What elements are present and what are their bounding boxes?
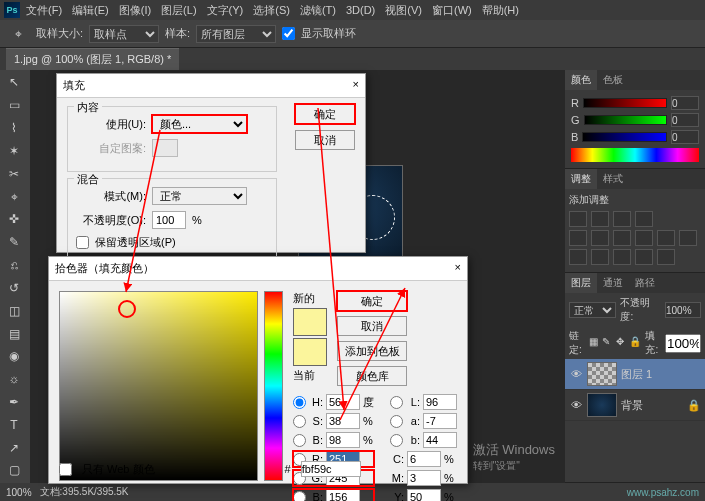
shape-tool[interactable]: ▢ [2,460,26,481]
opacity-input[interactable] [665,302,701,318]
visibility-icon[interactable]: 👁 [569,399,583,411]
menu-image[interactable]: 图像(I) [115,1,155,20]
y-input[interactable] [407,489,441,501]
h-radio[interactable] [293,396,306,409]
move-tool[interactable]: ↖ [2,72,26,93]
bc-radio[interactable] [293,491,306,502]
l-radio[interactable] [390,396,403,409]
brush-tool[interactable]: ✎ [2,232,26,253]
b-slider[interactable] [582,132,667,142]
blur-tool[interactable]: ◉ [2,346,26,367]
s-radio[interactable] [293,415,306,428]
spectrum-bar[interactable] [571,148,699,162]
l-input[interactable] [423,394,457,410]
adj-levels[interactable] [591,211,609,227]
pen-tool[interactable]: ✒ [2,392,26,413]
bc-input[interactable] [326,489,360,501]
show-ring-checkbox[interactable] [282,27,295,40]
adj-gradmap[interactable] [635,249,653,265]
adj-invert[interactable] [569,249,587,265]
adj-bw[interactable] [635,230,653,246]
adj-vibrance[interactable] [569,230,587,246]
g-value[interactable] [671,113,699,127]
color-tab[interactable]: 颜色 [565,70,597,90]
eyedropper-tool[interactable]: ⌖ [2,186,26,207]
hue-slider[interactable] [264,291,283,481]
menu-type[interactable]: 文字(Y) [203,1,248,20]
adj-thresh[interactable] [613,249,631,265]
saturation-field[interactable] [59,291,258,481]
paths-tab[interactable]: 路径 [629,273,661,293]
adj-selcol[interactable] [657,249,675,265]
layer-item-1[interactable]: 👁 图层 1 [565,359,705,390]
layer-name[interactable]: 背景 [621,398,643,413]
a-radio[interactable] [390,415,403,428]
document-tab[interactable]: 1.jpg @ 100% (图层 1, RGB/8) * [6,48,179,70]
adj-colorbal[interactable] [613,230,631,246]
menu-edit[interactable]: 编辑(E) [68,1,113,20]
gradient-tool[interactable]: ▤ [2,323,26,344]
lock-pixel-icon[interactable]: ✎ [602,336,612,350]
adj-mixer[interactable] [679,230,697,246]
lock-pos-icon[interactable]: ✥ [616,336,626,350]
menu-filter[interactable]: 滤镜(T) [296,1,340,20]
zoom-readout[interactable]: 100% [6,487,32,498]
menu-window[interactable]: 窗口(W) [428,1,476,20]
add-swatch-button[interactable]: 添加到色板 [337,341,407,361]
lasso-tool[interactable]: ⌇ [2,118,26,139]
close-icon[interactable]: × [455,261,461,276]
layer-name[interactable]: 图层 1 [621,367,652,382]
preserve-checkbox[interactable] [76,236,89,249]
r-slider[interactable] [583,98,667,108]
menu-help[interactable]: 帮助(H) [478,1,523,20]
menu-select[interactable]: 选择(S) [249,1,294,20]
adj-photo[interactable] [657,230,675,246]
s-input[interactable] [326,413,360,429]
bv-input[interactable] [326,432,360,448]
b-value[interactable] [671,130,699,144]
type-tool[interactable]: T [2,414,26,435]
g-slider[interactable] [584,115,667,125]
menu-file[interactable]: 文件(F) [22,1,66,20]
adj-curves[interactable] [613,211,631,227]
adjust-tab[interactable]: 调整 [565,169,597,189]
color-libs-button[interactable]: 颜色库 [337,366,407,386]
bv-radio[interactable] [293,434,306,447]
history-brush-tool[interactable]: ↺ [2,277,26,298]
layers-tab[interactable]: 图层 [565,273,597,293]
web-only-checkbox[interactable] [59,463,72,476]
mode-select[interactable]: 正常 [152,187,247,205]
adj-brightness[interactable] [569,211,587,227]
lb-input[interactable] [423,432,457,448]
style-tab[interactable]: 样式 [597,169,629,189]
a-input[interactable] [423,413,457,429]
lock-all-icon[interactable]: 🔒 [629,336,641,350]
r-value[interactable] [671,96,699,110]
marquee-tool[interactable]: ▭ [2,95,26,116]
cancel-button[interactable]: 取消 [295,130,355,150]
wand-tool[interactable]: ✶ [2,140,26,161]
menu-3d[interactable]: 3D(D) [342,2,379,18]
ok-button[interactable]: 确定 [295,104,355,124]
dodge-tool[interactable]: ☼ [2,369,26,390]
adj-poster[interactable] [591,249,609,265]
blend-mode-select[interactable]: 正常 [569,302,616,318]
adj-exposure[interactable] [635,211,653,227]
lb-radio[interactable] [390,434,403,447]
eraser-tool[interactable]: ◫ [2,300,26,321]
cancel-button[interactable]: 取消 [337,316,407,336]
menu-layer[interactable]: 图层(L) [157,1,200,20]
m-input[interactable] [407,470,441,486]
hex-input[interactable] [301,461,361,477]
stamp-tool[interactable]: ⎌ [2,255,26,276]
eyedropper-icon[interactable]: ⌖ [6,23,30,45]
path-tool[interactable]: ↗ [2,437,26,458]
fill-input[interactable] [665,334,701,353]
h-input[interactable] [326,394,360,410]
lock-trans-icon[interactable]: ▦ [589,336,599,350]
visibility-icon[interactable]: 👁 [569,368,583,380]
channels-tab[interactable]: 通道 [597,273,629,293]
close-icon[interactable]: × [353,78,359,93]
swatch-tab[interactable]: 色板 [597,70,629,90]
adj-hue[interactable] [591,230,609,246]
